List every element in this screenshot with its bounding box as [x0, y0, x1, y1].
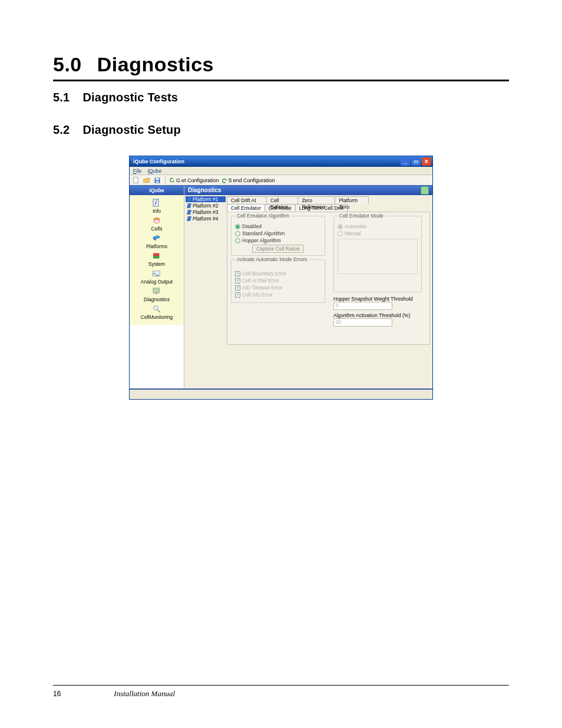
sidebar-item-analog-output[interactable]: Analog Output [141, 268, 173, 285]
minimize-button[interactable]: _ [401, 157, 410, 166]
group-legend: Activate Automatic Mode Errors [235, 256, 309, 262]
svg-point-18 [154, 306, 158, 311]
check-cell-ad[interactable]: Cell A/D Error [235, 292, 321, 298]
tab-platform-zero[interactable]: Platform Zero [335, 196, 369, 204]
tab-panel: Cell Emulator Algorithm Disabled Standar… [227, 212, 430, 345]
check-label: Cell Boundary Error [242, 271, 286, 276]
get-config-button[interactable]: Get Configuration [169, 177, 219, 183]
sidebar-item-diagnostics[interactable]: Diagnostics [144, 286, 170, 302]
pane-header: Diagnostics [184, 186, 432, 195]
tree-item[interactable]: Platform #4 [186, 216, 226, 222]
checkbox-icon [235, 278, 240, 284]
tree-item[interactable]: Platform #2 [186, 203, 226, 209]
page-footer: 16 Installation Manual [53, 685, 509, 699]
algo-threshold-field[interactable]: 20 [333, 318, 392, 327]
hopper-threshold-field[interactable]: 0 [333, 302, 392, 310]
radio-icon [235, 238, 240, 243]
tree-label: Platform #1 [193, 196, 218, 202]
sidebar-item-cells[interactable]: Cells [151, 215, 163, 232]
radio-manual[interactable]: Manual [338, 230, 418, 236]
pane-title: Diagnostics [188, 186, 222, 195]
close-button[interactable]: ✕ [422, 157, 431, 166]
info-icon: i [151, 197, 163, 208]
mode-listbox[interactable] [338, 239, 418, 274]
sidebar-item-cellmonitoring[interactable]: CellMonitoring [141, 304, 173, 320]
sidebar: iQube i Info Cells Platforms [130, 186, 184, 388]
heading-2b: 5.2Diagnostic Setup [53, 123, 509, 137]
heading-2a: 5.1Diagnostic Tests [53, 91, 509, 104]
analog-output-icon [151, 268, 163, 279]
radio-icon [338, 231, 343, 236]
save-icon[interactable] [153, 176, 161, 185]
cube-icon [187, 216, 191, 221]
algo-threshold-label: Algorithm Activation Threshold (%) [333, 312, 422, 318]
sidebar-label: Info [153, 208, 161, 214]
sidebar-header: iQube [130, 186, 184, 195]
svg-rect-3 [156, 178, 159, 180]
menu-iqube[interactable]: iQube [148, 168, 162, 174]
sidebar-item-platforms[interactable]: Platforms [146, 233, 167, 249]
system-icon [151, 251, 163, 261]
page: 5.0Diagnostics 5.1Diagnostic Tests 5.2Di… [0, 0, 562, 728]
toolbar-divider [165, 176, 166, 185]
sidebar-item-system[interactable]: System [148, 251, 165, 267]
window-controls: _ ▭ ✕ [401, 157, 431, 166]
magnifier-icon [151, 304, 163, 314]
check-cell-at-rail[interactable]: Cell At Rail Error [235, 278, 321, 284]
check-ad-timeout[interactable]: A/D Timeout Error [235, 285, 321, 291]
radio-disabled[interactable]: Disabled [235, 223, 321, 229]
toolbar: Get Configuration Send Configuration [130, 175, 432, 186]
checkbox-icon [235, 292, 240, 298]
capture-cell-ratios-button[interactable]: Capture Cell Ratios [252, 245, 304, 253]
radio-label: Hopper Algorithm [242, 238, 281, 243]
algorithm-group: Cell Emulator Algorithm Disabled Standar… [231, 216, 325, 256]
check-label: Cell At Rail Error [242, 278, 279, 284]
cube-icon [187, 203, 191, 208]
check-label: Cell A/D Error [242, 292, 273, 298]
radio-automatic[interactable]: Automatic [338, 223, 418, 229]
h2b-title: Diagnostic Setup [82, 123, 181, 136]
pane-header-icon[interactable] [421, 186, 429, 195]
radio-label: Manual [345, 230, 361, 236]
sidebar-label: CellMonitoring [141, 314, 173, 320]
radio-label: Automatic [345, 223, 367, 229]
open-icon[interactable] [143, 176, 151, 185]
hopper-threshold-label: Hopper Snapshot Weight Threshold [333, 296, 422, 302]
svg-rect-16 [153, 288, 160, 293]
new-icon[interactable] [132, 176, 140, 185]
app-window: iQube Configuration _ ▭ ✕ File iQube Get… [129, 156, 433, 400]
check-cell-boundary[interactable]: Cell Boundary Error [235, 271, 321, 276]
radio-icon [235, 224, 240, 229]
group-legend: Cell Emulator Mode [338, 213, 385, 219]
svg-rect-13 [153, 253, 160, 256]
tab-zero-reference[interactable]: Zero Reference [297, 196, 335, 204]
svg-line-19 [158, 310, 161, 313]
tab-cell-drift-at-load[interactable]: Cell Drift At Load [227, 196, 267, 204]
h1-title: Diagnostics [97, 53, 214, 75]
radio-standard[interactable]: Standard Algorithm [235, 230, 321, 236]
cells-icon [151, 215, 163, 226]
radio-label: Standard Algorithm [242, 230, 285, 236]
send-config-button[interactable]: Send Configuration [222, 177, 275, 183]
sidebar-item-info[interactable]: i Info [151, 197, 163, 214]
tree-item-selected[interactable]: Platform #1 [186, 196, 226, 202]
tree-label: Platform #4 [193, 216, 218, 222]
h2a-title: Diagnostic Tests [82, 91, 178, 104]
titlebar[interactable]: iQube Configuration _ ▭ ✕ [130, 156, 432, 167]
sidebar-label: Cells [151, 226, 163, 232]
svg-rect-17 [156, 293, 157, 294]
app-title: iQube Configuration [133, 159, 184, 164]
menu-file[interactable]: File [133, 168, 142, 174]
checkbox-icon [235, 285, 240, 291]
radio-hopper[interactable]: Hopper Algorithm [235, 238, 321, 243]
platforms-icon [151, 233, 163, 243]
content-pane: Diagnostics Platform #1 Platform #2 Plat… [184, 186, 432, 388]
h2b-number: 5.2 [53, 123, 70, 136]
sidebar-label: Platforms [146, 243, 167, 249]
tab-cell-emulator[interactable]: Cell Emulator [227, 204, 265, 212]
tab-cell-balance[interactable]: Cell Balance [266, 196, 298, 204]
radio-icon [338, 224, 343, 229]
maximize-button[interactable]: ▭ [411, 157, 421, 166]
tree-item[interactable]: Platform #3 [186, 209, 226, 215]
sidebar-label: Analog Output [141, 279, 173, 285]
